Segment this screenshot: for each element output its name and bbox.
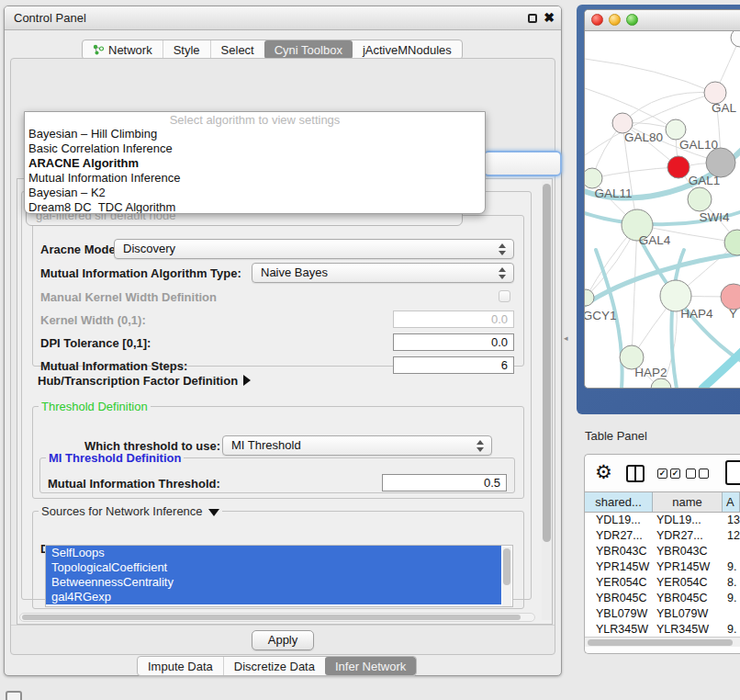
tab-select[interactable]: Select: [210, 40, 264, 59]
table-hscroll-thumb[interactable]: [588, 639, 733, 646]
column-header-partial[interactable]: A: [723, 492, 740, 512]
settings-vertical-scrollbar[interactable]: [542, 181, 552, 620]
table-cell[interactable]: 13: [723, 513, 740, 528]
panel-divider-handle[interactable]: ◂: [564, 333, 568, 343]
hub-definition-expander[interactable]: Hub/Transcription Factor Definition: [38, 374, 251, 388]
table-cell[interactable]: 9.: [723, 622, 740, 638]
network-canvas[interactable]: GALGAL80GAL10GAL1GAL11GAL4SWI4GCY1HAP4YH…: [585, 31, 740, 389]
network-edge[interactable]: [585, 59, 715, 93]
tab-cyni-toolbox[interactable]: Cyni Toolbox: [264, 40, 353, 59]
table-cell[interactable]: 12: [723, 528, 740, 544]
network-node[interactable]: [651, 378, 671, 389]
settings-horizontal-scrollbar[interactable]: [19, 613, 535, 622]
table-cell[interactable]: YDL19...: [653, 513, 723, 528]
cyni-toolbox-panel: gal-filtered sif default node Select alg…: [10, 58, 555, 655]
algorithm-option[interactable]: Bayesian – K2: [25, 186, 485, 200]
table-cell[interactable]: 8.: [723, 575, 740, 591]
algorithm-combobox-focused-stub[interactable]: [483, 151, 562, 176]
tab-style[interactable]: Style: [163, 40, 210, 59]
data-attributes-list[interactable]: SelfLoopsTopologicalCoefficientBetweenne…: [45, 545, 513, 607]
network-edge[interactable]: [702, 351, 740, 389]
table-row[interactable]: YDR27...YDR27...12: [585, 528, 740, 544]
network-edge[interactable]: [592, 167, 678, 178]
table-cell[interactable]: YBR043C: [585, 544, 653, 559]
export-table-icon[interactable]: [725, 460, 740, 485]
network-edge[interactable]: [632, 225, 637, 357]
table-cell[interactable]: YBL079W: [585, 606, 653, 622]
table-row[interactable]: YBR045CYBR045C9.: [585, 591, 740, 606]
attribute-list-item[interactable]: BetweennessCentrality: [46, 575, 501, 590]
algorithm-option[interactable]: Basic Correlation Inference: [25, 141, 485, 156]
table-cell[interactable]: [723, 606, 740, 622]
table-cell[interactable]: YPR145W: [585, 559, 653, 575]
attribute-list-item[interactable]: gal4RGexp: [46, 590, 501, 604]
algorithm-dropdown-popup: Select algorithm to view settings Bayesi…: [24, 111, 486, 214]
network-node[interactable]: [731, 31, 740, 47]
table-body[interactable]: YDL19...YDL19...13YDR27...YDR27...12YBR0…: [585, 513, 740, 641]
table-cell[interactable]: 9.: [723, 559, 740, 575]
aracne-mode-combobox[interactable]: Discovery: [114, 239, 514, 259]
dpi-tolerance-field[interactable]: 0.0: [393, 333, 514, 351]
table-row[interactable]: YLR345WYLR345W9.: [585, 622, 740, 638]
network-node-gcy1[interactable]: [585, 289, 594, 306]
table-row[interactable]: YBL079WYBL079W: [585, 606, 740, 622]
table-cell[interactable]: YER054C: [653, 575, 723, 591]
table-horizontal-scrollbar[interactable]: [585, 637, 740, 647]
table-cell[interactable]: 9.: [723, 591, 740, 606]
algorithm-option[interactable]: Mutual Information Inference: [25, 171, 485, 186]
table-row[interactable]: YDL19...YDL19...13: [585, 513, 740, 528]
close-window-icon[interactable]: ✖: [544, 10, 555, 25]
attribute-list-item[interactable]: SelfLoops: [46, 546, 501, 560]
network-node[interactable]: [688, 187, 712, 211]
network-node-gal1[interactable]: [667, 156, 690, 178]
mi-steps-field[interactable]: 6: [393, 356, 514, 374]
tab-jactivemnodules[interactable]: jActiveMNodules: [353, 40, 462, 59]
select-all-checks-icon[interactable]: ✓✓: [657, 469, 680, 479]
zoom-traffic-light-icon[interactable]: [626, 14, 638, 26]
algorithm-option[interactable]: Bayesian – Hill Climbing: [25, 127, 485, 141]
table-cell[interactable]: YLR345W: [653, 622, 723, 638]
algorithm-option[interactable]: Dream8 DC_TDC Algorithm: [25, 200, 485, 214]
tab-discretize-data[interactable]: Discretize Data: [223, 657, 325, 675]
kernel-width-field[interactable]: 0.0: [393, 310, 514, 328]
table-cell[interactable]: YLR345W: [585, 622, 653, 638]
mi-threshold-field[interactable]: 0.5: [382, 474, 507, 491]
column-header-shared-name[interactable]: shared...: [585, 492, 653, 512]
mi-type-combobox[interactable]: Naive Bayes: [252, 263, 514, 283]
settings-vscroll-thumb[interactable]: [543, 184, 551, 542]
table-cell[interactable]: YPR145W: [653, 559, 723, 575]
table-row[interactable]: YBR043CYBR043C: [585, 544, 740, 559]
attributes-scroll-thumb[interactable]: [503, 548, 510, 585]
float-window-icon[interactable]: [528, 14, 537, 23]
deselect-all-checks-icon[interactable]: [686, 469, 709, 479]
gear-icon[interactable]: ⚙: [595, 461, 612, 483]
table-row[interactable]: YPR145WYPR145W9.: [585, 559, 740, 575]
manual-kernel-checkbox[interactable]: [499, 290, 510, 302]
attributes-scrollbar[interactable]: [502, 547, 511, 607]
network-node-gal10[interactable]: [666, 119, 686, 140]
column-layout-icon[interactable]: [626, 465, 645, 482]
close-traffic-light-icon[interactable]: [591, 14, 603, 26]
network-node-y[interactable]: [721, 284, 740, 310]
table-cell[interactable]: YBR045C: [653, 591, 723, 606]
tab-infer-network[interactable]: Infer Network: [325, 657, 416, 675]
table-cell[interactable]: YDL19...: [585, 513, 653, 528]
table-cell[interactable]: YDR27...: [585, 528, 653, 544]
network-node-gal11[interactable]: [585, 168, 602, 188]
algorithm-option[interactable]: ARACNE Algorithm: [25, 156, 485, 171]
table-cell[interactable]: YBR045C: [585, 591, 653, 606]
minimize-traffic-light-icon[interactable]: [609, 14, 621, 26]
column-header-name[interactable]: name: [653, 492, 723, 512]
attribute-list-item[interactable]: TopologicalCoefficient: [46, 560, 501, 575]
apply-button[interactable]: Apply: [252, 630, 314, 650]
partial-bottom-button[interactable]: [6, 691, 22, 700]
table-cell[interactable]: YBL079W: [653, 606, 723, 622]
tab-network[interactable]: Network: [83, 40, 163, 59]
table-cell[interactable]: YBR043C: [653, 544, 723, 559]
table-cell[interactable]: [723, 544, 740, 559]
settings-hscroll-thumb[interactable]: [22, 615, 521, 620]
tab-impute-data[interactable]: Impute Data: [138, 657, 223, 675]
table-cell[interactable]: YER054C: [585, 575, 653, 591]
table-row[interactable]: YER054CYER054C8.: [585, 575, 740, 591]
table-cell[interactable]: YDR27...: [653, 528, 723, 544]
